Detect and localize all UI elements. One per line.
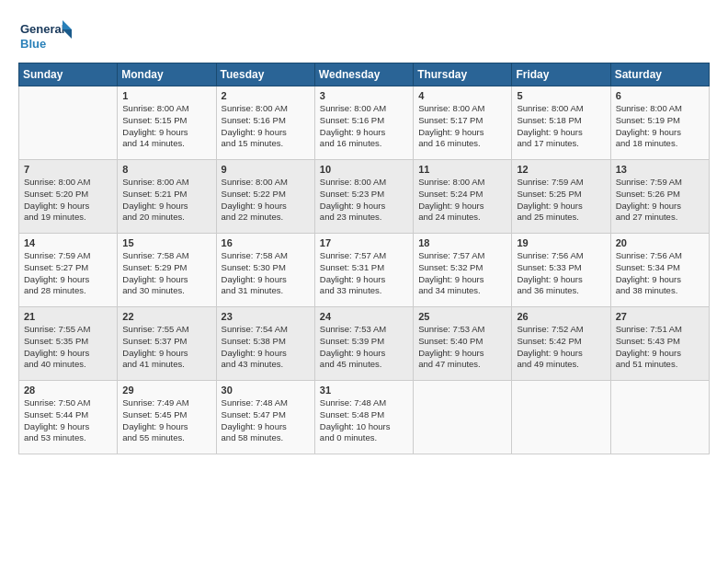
day-number: 6 xyxy=(616,90,705,101)
calendar-cell: 9Sunrise: 8:00 AMSunset: 5:22 PMDaylight… xyxy=(216,160,314,234)
day-number: 15 xyxy=(122,237,211,248)
cell-text: Sunrise: 8:00 AMSunset: 5:19 PMDaylight:… xyxy=(616,103,705,150)
cell-text: Sunrise: 7:57 AMSunset: 5:31 PMDaylight:… xyxy=(320,250,409,297)
svg-text:General: General xyxy=(20,22,64,36)
day-number: 2 xyxy=(222,90,311,101)
cell-text: Sunrise: 7:59 AMSunset: 5:26 PMDaylight:… xyxy=(616,177,705,224)
logo: GeneralBlue xyxy=(18,17,74,53)
calendar-cell: 23Sunrise: 7:54 AMSunset: 5:38 PMDayligh… xyxy=(216,307,314,381)
calendar-cell: 24Sunrise: 7:53 AMSunset: 5:39 PMDayligh… xyxy=(314,307,413,381)
day-number: 23 xyxy=(222,311,311,322)
day-number: 5 xyxy=(517,90,606,101)
day-number: 18 xyxy=(418,237,507,248)
cell-text: Sunrise: 7:53 AMSunset: 5:40 PMDaylight:… xyxy=(418,324,507,371)
day-number: 20 xyxy=(616,237,705,248)
day-number: 21 xyxy=(24,311,113,322)
calendar-cell: 21Sunrise: 7:55 AMSunset: 5:35 PMDayligh… xyxy=(19,307,118,381)
calendar-cell: 3Sunrise: 8:00 AMSunset: 5:16 PMDaylight… xyxy=(314,86,413,160)
calendar-cell: 14Sunrise: 7:59 AMSunset: 5:27 PMDayligh… xyxy=(19,234,118,307)
day-number: 9 xyxy=(222,164,311,175)
calendar-cell: 20Sunrise: 7:56 AMSunset: 5:34 PMDayligh… xyxy=(610,234,709,307)
cell-text: Sunrise: 7:56 AMSunset: 5:33 PMDaylight:… xyxy=(517,250,606,297)
day-number: 13 xyxy=(616,164,705,175)
day-number: 22 xyxy=(122,311,211,322)
calendar-week-row: 1Sunrise: 8:00 AMSunset: 5:15 PMDaylight… xyxy=(19,86,710,160)
calendar-cell: 5Sunrise: 8:00 AMSunset: 5:18 PMDaylight… xyxy=(512,86,610,160)
calendar-cell: 7Sunrise: 8:00 AMSunset: 5:20 PMDaylight… xyxy=(19,160,118,234)
day-number: 19 xyxy=(517,237,606,248)
cell-text: Sunrise: 7:58 AMSunset: 5:30 PMDaylight:… xyxy=(222,250,311,297)
calendar-cell: 19Sunrise: 7:56 AMSunset: 5:33 PMDayligh… xyxy=(512,234,610,307)
calendar-cell: 28Sunrise: 7:50 AMSunset: 5:44 PMDayligh… xyxy=(19,381,118,454)
cell-text: Sunrise: 8:00 AMSunset: 5:16 PMDaylight:… xyxy=(222,103,311,150)
header: GeneralBlue xyxy=(18,17,710,53)
cell-text: Sunrise: 7:59 AMSunset: 5:27 PMDaylight:… xyxy=(24,250,113,297)
svg-text:Blue: Blue xyxy=(20,37,46,51)
cell-text: Sunrise: 7:59 AMSunset: 5:25 PMDaylight:… xyxy=(517,177,606,224)
day-number: 30 xyxy=(222,385,311,396)
header-day: Monday xyxy=(118,63,216,86)
cell-text: Sunrise: 8:00 AMSunset: 5:16 PMDaylight:… xyxy=(320,103,409,150)
day-number: 29 xyxy=(122,385,211,396)
day-number: 11 xyxy=(418,164,507,175)
header-row: SundayMondayTuesdayWednesdayThursdayFrid… xyxy=(19,63,710,86)
header-day: Wednesday xyxy=(314,63,413,86)
cell-text: Sunrise: 8:00 AMSunset: 5:23 PMDaylight:… xyxy=(320,177,409,224)
cell-text: Sunrise: 8:00 AMSunset: 5:15 PMDaylight:… xyxy=(122,103,211,150)
cell-text: Sunrise: 7:55 AMSunset: 5:35 PMDaylight:… xyxy=(24,324,113,371)
day-number: 12 xyxy=(517,164,606,175)
calendar-cell: 18Sunrise: 7:57 AMSunset: 5:32 PMDayligh… xyxy=(414,234,512,307)
calendar-cell: 6Sunrise: 8:00 AMSunset: 5:19 PMDaylight… xyxy=(610,86,709,160)
calendar-cell: 30Sunrise: 7:48 AMSunset: 5:47 PMDayligh… xyxy=(216,381,314,454)
calendar-cell: 12Sunrise: 7:59 AMSunset: 5:25 PMDayligh… xyxy=(512,160,610,234)
cell-text: Sunrise: 7:48 AMSunset: 5:47 PMDaylight:… xyxy=(222,397,311,444)
header-day: Sunday xyxy=(19,63,118,86)
cell-text: Sunrise: 7:52 AMSunset: 5:42 PMDaylight:… xyxy=(517,324,606,371)
calendar-cell xyxy=(610,381,709,454)
calendar-cell xyxy=(512,381,610,454)
calendar-cell: 27Sunrise: 7:51 AMSunset: 5:43 PMDayligh… xyxy=(610,307,709,381)
calendar-cell: 15Sunrise: 7:58 AMSunset: 5:29 PMDayligh… xyxy=(118,234,216,307)
day-number: 17 xyxy=(320,237,409,248)
calendar-cell: 2Sunrise: 8:00 AMSunset: 5:16 PMDaylight… xyxy=(216,86,314,160)
cell-text: Sunrise: 7:57 AMSunset: 5:32 PMDaylight:… xyxy=(418,250,507,297)
cell-text: Sunrise: 8:00 AMSunset: 5:20 PMDaylight:… xyxy=(24,177,113,224)
calendar-cell: 10Sunrise: 8:00 AMSunset: 5:23 PMDayligh… xyxy=(314,160,413,234)
day-number: 10 xyxy=(320,164,409,175)
calendar-cell xyxy=(414,381,512,454)
day-number: 14 xyxy=(24,237,113,248)
calendar-table: SundayMondayTuesdayWednesdayThursdayFrid… xyxy=(18,63,710,454)
day-number: 28 xyxy=(24,385,113,396)
cell-text: Sunrise: 7:54 AMSunset: 5:38 PMDaylight:… xyxy=(222,324,311,371)
day-number: 8 xyxy=(122,164,211,175)
cell-text: Sunrise: 7:49 AMSunset: 5:45 PMDaylight:… xyxy=(122,397,211,444)
cell-text: Sunrise: 7:51 AMSunset: 5:43 PMDaylight:… xyxy=(616,324,705,371)
day-number: 3 xyxy=(320,90,409,101)
day-number: 7 xyxy=(24,164,113,175)
header-day: Friday xyxy=(512,63,610,86)
cell-text: Sunrise: 7:58 AMSunset: 5:29 PMDaylight:… xyxy=(122,250,211,297)
calendar-cell: 17Sunrise: 7:57 AMSunset: 5:31 PMDayligh… xyxy=(314,234,413,307)
cell-text: Sunrise: 8:00 AMSunset: 5:17 PMDaylight:… xyxy=(418,103,507,150)
day-number: 26 xyxy=(517,311,606,322)
cell-text: Sunrise: 7:53 AMSunset: 5:39 PMDaylight:… xyxy=(320,324,409,371)
cell-text: Sunrise: 8:00 AMSunset: 5:22 PMDaylight:… xyxy=(222,177,311,224)
cell-text: Sunrise: 8:00 AMSunset: 5:18 PMDaylight:… xyxy=(517,103,606,150)
day-number: 16 xyxy=(222,237,311,248)
page: GeneralBlue SundayMondayTuesdayWednesday… xyxy=(0,0,728,563)
calendar-cell: 1Sunrise: 8:00 AMSunset: 5:15 PMDaylight… xyxy=(118,86,216,160)
day-number: 27 xyxy=(616,311,705,322)
calendar-cell: 26Sunrise: 7:52 AMSunset: 5:42 PMDayligh… xyxy=(512,307,610,381)
calendar-week-row: 14Sunrise: 7:59 AMSunset: 5:27 PMDayligh… xyxy=(19,234,710,307)
header-day: Tuesday xyxy=(216,63,314,86)
cell-text: Sunrise: 7:50 AMSunset: 5:44 PMDaylight:… xyxy=(24,397,113,444)
calendar-cell: 16Sunrise: 7:58 AMSunset: 5:30 PMDayligh… xyxy=(216,234,314,307)
calendar-cell: 29Sunrise: 7:49 AMSunset: 5:45 PMDayligh… xyxy=(118,381,216,454)
header-day: Thursday xyxy=(414,63,512,86)
cell-text: Sunrise: 7:56 AMSunset: 5:34 PMDaylight:… xyxy=(616,250,705,297)
calendar-cell: 31Sunrise: 7:48 AMSunset: 5:48 PMDayligh… xyxy=(314,381,413,454)
calendar-week-row: 28Sunrise: 7:50 AMSunset: 5:44 PMDayligh… xyxy=(19,381,710,454)
cell-text: Sunrise: 7:48 AMSunset: 5:48 PMDaylight:… xyxy=(320,397,409,444)
cell-text: Sunrise: 7:55 AMSunset: 5:37 PMDaylight:… xyxy=(122,324,211,371)
calendar-cell xyxy=(19,86,118,160)
